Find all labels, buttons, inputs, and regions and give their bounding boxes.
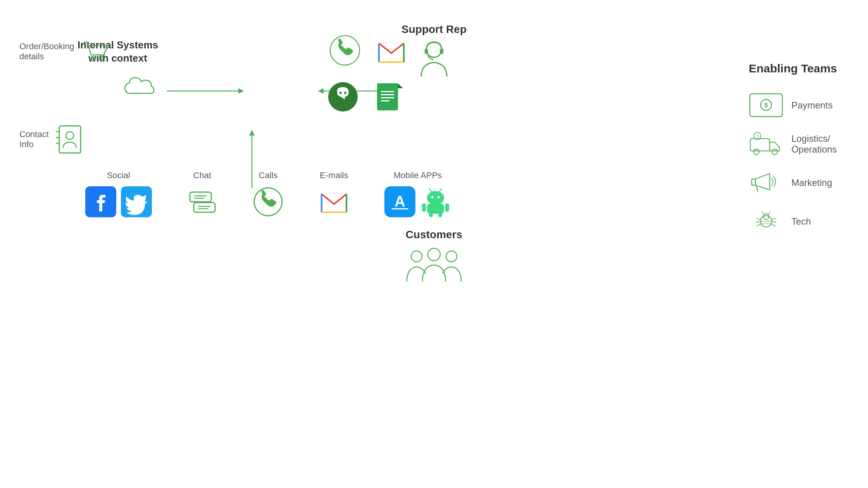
payments-icon: $ (749, 93, 784, 118)
logistics-label: Logistics/Operations (791, 133, 837, 155)
svg-rect-55 (445, 203, 449, 212)
team-payments: $ Payments (749, 93, 837, 118)
customers-label: Customers (406, 229, 462, 241)
svg-marker-27 (398, 83, 403, 88)
customers-icon (403, 247, 465, 293)
svg-point-59 (428, 248, 440, 261)
svg-rect-70 (752, 179, 755, 185)
svg-point-58 (411, 251, 422, 262)
svg-rect-29 (381, 94, 394, 95)
svg-line-76 (757, 218, 761, 220)
chat-channel: Chat (187, 170, 218, 217)
cloud-icon (123, 73, 158, 100)
svg-point-65 (754, 149, 759, 155)
svg-line-81 (772, 224, 776, 226)
emails-label: E-mails (320, 170, 348, 180)
svg-text:A: A (394, 193, 405, 210)
svg-point-3 (431, 58, 433, 60)
svg-point-5 (100, 57, 103, 60)
svg-line-52 (439, 189, 442, 192)
google-sheets-icon (374, 81, 405, 112)
order-booking-label: Order/Bookingdetails (19, 41, 74, 62)
svg-rect-57 (438, 213, 442, 217)
tech-icon (749, 209, 784, 234)
support-rep-section: Support Rep (401, 23, 467, 83)
svg-line-79 (772, 218, 776, 220)
svg-rect-28 (381, 91, 394, 92)
mobile-apps-label: Mobile APPs (394, 170, 442, 180)
logistics-icon (749, 131, 784, 156)
svg-text:$: $ (765, 102, 768, 108)
tech-label: Tech (791, 216, 811, 227)
svg-point-24 (339, 92, 342, 94)
hangouts-icon (327, 81, 358, 112)
svg-rect-2 (440, 49, 443, 54)
social-label: Social (107, 170, 130, 180)
svg-line-75 (768, 212, 770, 215)
payments-label: Payments (791, 100, 833, 111)
svg-rect-54 (422, 203, 426, 212)
cart-icon (80, 37, 109, 66)
order-booking-section: Order/Bookingdetails (19, 37, 109, 66)
calls-channel: Calls (253, 170, 284, 217)
gmail-top-icon (376, 35, 407, 66)
diagram-container: Support Rep Internal Systemswith context… (0, 0, 868, 488)
svg-rect-30 (381, 97, 394, 98)
svg-rect-56 (429, 213, 433, 217)
gmail-bottom-icon (319, 186, 350, 217)
svg-point-49 (431, 196, 434, 198)
svg-line-51 (429, 189, 432, 192)
chat-icon (187, 186, 218, 217)
right-bottom-icons (327, 81, 405, 112)
appstore-icon: A (384, 186, 415, 217)
arrow-cloud-to-rep (167, 85, 244, 97)
android-icon (420, 186, 451, 217)
enabling-teams-section: Enabling Teams $ Payments (749, 62, 837, 234)
svg-rect-53 (427, 204, 444, 214)
support-rep-icon (413, 40, 455, 83)
enabling-teams-title: Enabling Teams (749, 62, 837, 75)
svg-point-66 (772, 149, 777, 155)
channels-row: Social Chat (85, 170, 451, 217)
svg-line-74 (762, 212, 764, 215)
svg-point-60 (446, 251, 457, 262)
chat-label: Chat (193, 170, 211, 180)
right-top-icons (329, 35, 407, 66)
svg-line-78 (757, 224, 761, 226)
svg-marker-12 (238, 88, 244, 94)
calls-label: Calls (259, 170, 278, 180)
twitter-icon (121, 186, 152, 217)
svg-point-10 (66, 132, 74, 139)
svg-point-50 (437, 196, 440, 198)
team-marketing: Marketing (749, 170, 837, 195)
phone-outline-icon (329, 35, 360, 66)
svg-marker-16 (249, 130, 255, 136)
emails-channel: E-mails (319, 170, 350, 217)
team-tech: Tech (749, 209, 837, 234)
contact-info-section: ContactInfo (19, 124, 84, 155)
team-logistics: Logistics/Operations (749, 131, 837, 156)
svg-point-25 (344, 92, 346, 94)
svg-rect-64 (751, 139, 770, 151)
marketing-icon (749, 170, 784, 195)
svg-rect-31 (381, 100, 389, 101)
svg-rect-1 (425, 49, 428, 54)
svg-rect-37 (194, 203, 215, 212)
marketing-label: Marketing (791, 177, 832, 188)
svg-marker-14 (318, 88, 324, 94)
contact-book-icon (55, 124, 84, 155)
svg-point-48 (427, 191, 444, 205)
svg-rect-26 (377, 83, 398, 110)
customers-section: Customers (403, 229, 465, 293)
svg-point-4 (91, 57, 95, 60)
social-channel: Social (85, 170, 152, 217)
contact-info-label: ContactInfo (19, 129, 49, 149)
facebook-icon (85, 186, 116, 217)
svg-rect-34 (190, 192, 211, 202)
support-rep-label: Support Rep (401, 23, 467, 36)
calls-icon (253, 186, 284, 217)
mobile-apps-channel: Mobile APPs A (384, 170, 451, 217)
svg-line-69 (758, 136, 759, 137)
